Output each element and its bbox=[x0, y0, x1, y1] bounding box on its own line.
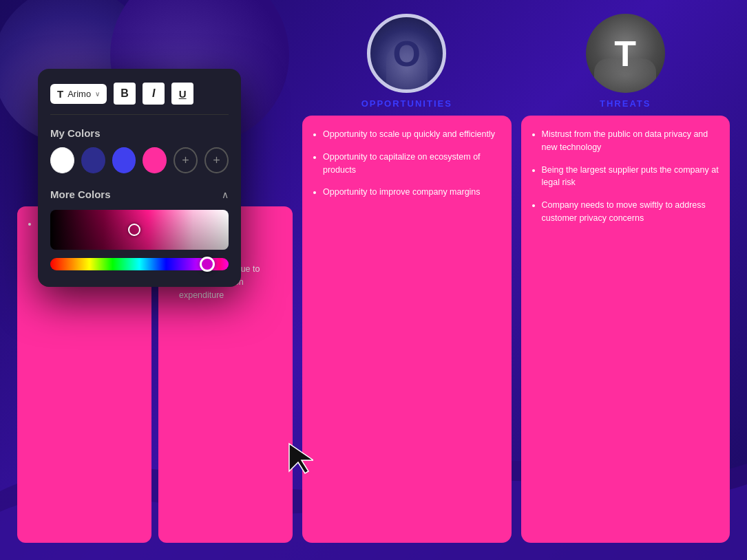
my-colors-label: My Colors bbox=[50, 127, 229, 139]
bold-button[interactable]: B bbox=[114, 83, 136, 105]
opportunities-circle: O bbox=[367, 14, 446, 93]
underline-button[interactable]: U bbox=[171, 83, 193, 105]
threats-title: THREATS bbox=[600, 98, 651, 109]
collapse-icon: ∧ bbox=[222, 189, 229, 200]
opportunities-circle-letter: O bbox=[393, 33, 421, 74]
gradient-picker-handle[interactable] bbox=[128, 224, 140, 236]
font-t-icon: T bbox=[57, 88, 63, 100]
swatch-blue[interactable] bbox=[112, 147, 136, 173]
opportunity-item-1: Opportunity to scale up quickly and effi… bbox=[323, 128, 502, 141]
hue-slider[interactable] bbox=[50, 258, 229, 270]
svg-marker-0 bbox=[289, 444, 313, 473]
more-colors-label: More Colors bbox=[50, 189, 111, 200]
chevron-down-icon: ∨ bbox=[95, 90, 100, 98]
threats-circle-letter: T bbox=[614, 33, 636, 74]
opportunities-column: O OPPORTUNITIES Opportunity to scale up … bbox=[302, 14, 512, 543]
opportunity-item-2: Opportunity to capitalize on ecosystem o… bbox=[323, 151, 502, 177]
add-swatch-button-2[interactable]: + bbox=[204, 147, 229, 173]
color-picker-popup[interactable]: T Arimo ∨ B I U My Colors bbox=[38, 69, 241, 287]
opportunities-card: Opportunity to scale up quickly and effi… bbox=[302, 116, 512, 543]
more-colors-section: More Colors ∧ bbox=[50, 189, 229, 270]
more-colors-header[interactable]: More Colors ∧ bbox=[50, 189, 229, 200]
swatch-white[interactable] bbox=[50, 147, 74, 173]
add-swatch-button-1[interactable]: + bbox=[173, 147, 198, 173]
opportunities-header: O OPPORTUNITIES bbox=[302, 14, 512, 109]
font-selector[interactable]: T Arimo ∨ bbox=[50, 84, 107, 104]
color-swatches-row: + + bbox=[50, 147, 229, 173]
cursor-arrow bbox=[286, 440, 313, 477]
hue-slider-thumb[interactable] bbox=[200, 257, 215, 272]
opportunity-item-3: Opportunity to improve company margins bbox=[323, 186, 502, 199]
picker-toolbar: T Arimo ∨ B I U bbox=[50, 83, 229, 115]
threats-circle: T bbox=[586, 14, 665, 93]
swatch-dark-blue[interactable] bbox=[81, 147, 105, 173]
threat-item-1: Mistrust from the public on data privacy… bbox=[542, 128, 721, 154]
threats-column: T THREATS Mistrust from the public on da… bbox=[521, 14, 730, 543]
threats-header: T THREATS bbox=[521, 14, 730, 109]
gradient-picker[interactable] bbox=[50, 210, 229, 250]
threat-item-3: Company needs to move swiftly to address… bbox=[542, 199, 721, 225]
font-name-label: Arimo bbox=[67, 89, 91, 99]
left-area: Superior development and deployment bein… bbox=[17, 14, 293, 543]
swatch-pink[interactable] bbox=[143, 147, 167, 173]
threat-item-2: Being the largest supplier puts the comp… bbox=[542, 164, 721, 190]
threats-card: Mistrust from the public on data privacy… bbox=[521, 116, 730, 543]
italic-button[interactable]: I bbox=[143, 83, 165, 105]
opportunities-title: OPPORTUNITIES bbox=[361, 98, 452, 109]
